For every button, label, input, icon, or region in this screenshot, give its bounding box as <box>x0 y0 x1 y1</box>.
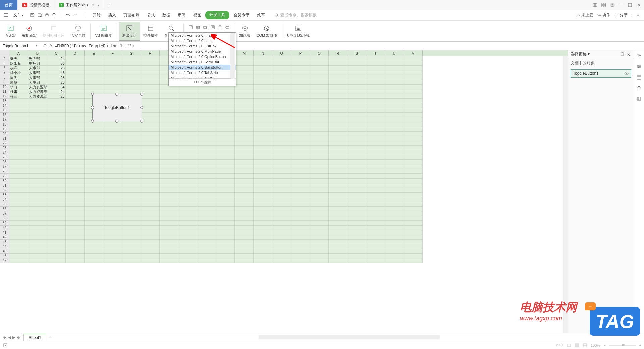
cell[interactable] <box>385 132 404 136</box>
row-header[interactable]: 32 <box>0 188 9 193</box>
hamburger-icon[interactable] <box>3 12 9 18</box>
cell[interactable] <box>347 183 366 188</box>
cell[interactable] <box>103 207 122 211</box>
tab-review[interactable]: 审阅 <box>174 11 189 19</box>
cell[interactable] <box>9 117 28 122</box>
cooperate-button[interactable]: 协作 <box>597 12 610 18</box>
cell[interactable] <box>28 235 47 240</box>
cell[interactable] <box>103 249 122 254</box>
cell[interactable] <box>347 80 366 85</box>
cell[interactable] <box>404 193 423 197</box>
cell[interactable] <box>122 254 141 258</box>
row-header[interactable]: 17 <box>0 117 9 122</box>
cell[interactable] <box>404 258 423 263</box>
cell[interactable] <box>366 66 385 70</box>
cell[interactable] <box>272 221 291 226</box>
column-header[interactable]: G <box>122 50 141 56</box>
cell[interactable] <box>216 103 235 108</box>
cell[interactable] <box>103 258 122 263</box>
cell[interactable] <box>141 132 160 136</box>
cell[interactable] <box>216 136 235 141</box>
maximize-button[interactable] <box>627 2 633 8</box>
cell[interactable] <box>254 66 272 70</box>
cell[interactable] <box>291 226 310 230</box>
cell[interactable] <box>404 216 423 221</box>
cell[interactable] <box>404 244 423 249</box>
cell[interactable] <box>385 136 404 141</box>
cell[interactable] <box>254 122 272 127</box>
cell[interactable] <box>235 66 254 70</box>
cell[interactable] <box>291 221 310 226</box>
cell[interactable] <box>272 258 291 263</box>
cell[interactable] <box>254 188 272 193</box>
cell[interactable] <box>235 70 254 75</box>
cell[interactable] <box>66 136 85 141</box>
cell[interactable] <box>291 75 310 80</box>
cell[interactable] <box>122 155 141 160</box>
cell[interactable] <box>272 94 291 99</box>
cell[interactable] <box>160 117 178 122</box>
command-search[interactable]: 查找命令、搜索模板 <box>274 12 317 18</box>
column-header[interactable]: D <box>66 50 85 56</box>
cell[interactable] <box>141 244 160 249</box>
cell[interactable] <box>272 216 291 221</box>
cell[interactable] <box>141 141 160 146</box>
cell[interactable] <box>160 174 178 179</box>
cell[interactable] <box>216 183 235 188</box>
cell[interactable] <box>9 254 28 258</box>
exit-design-button[interactable]: 退出设计 <box>119 22 140 41</box>
pane-object-item[interactable]: ToggleButton1 <box>571 69 631 78</box>
select-all-corner[interactable] <box>0 50 9 56</box>
cell[interactable] <box>310 94 329 99</box>
row-header[interactable]: 30 <box>0 179 9 183</box>
cell[interactable] <box>160 127 178 132</box>
cell[interactable] <box>47 141 66 146</box>
cell[interactable] <box>103 221 122 226</box>
tab-view[interactable]: 视图 <box>190 11 205 19</box>
redo-icon[interactable] <box>73 12 78 18</box>
resize-handle[interactable] <box>115 120 118 123</box>
cell[interactable] <box>366 127 385 132</box>
cell[interactable] <box>66 235 85 240</box>
cell[interactable] <box>310 160 329 164</box>
cell[interactable] <box>160 207 178 211</box>
cell[interactable] <box>291 188 310 193</box>
cell[interactable] <box>272 117 291 122</box>
row-header[interactable]: 11 <box>0 89 9 94</box>
cell[interactable] <box>178 258 197 263</box>
cell[interactable] <box>122 85 141 89</box>
spreadsheet-grid[interactable]: ABCDEFGHIJKLMNOPQRSTUV 4秦天财务部245欧阳花财务部56… <box>0 50 568 333</box>
cell[interactable] <box>366 188 385 193</box>
cell[interactable] <box>216 179 235 183</box>
cell[interactable] <box>272 244 291 249</box>
cell[interactable] <box>310 108 329 113</box>
cell[interactable] <box>66 141 85 146</box>
cell[interactable] <box>272 183 291 188</box>
name-box[interactable]: ToggleButton1▾ <box>0 44 40 48</box>
cell[interactable] <box>66 127 85 132</box>
cell[interactable] <box>216 211 235 216</box>
spinbutton-control-icon[interactable] <box>217 24 223 31</box>
cell[interactable] <box>235 179 254 183</box>
cell[interactable] <box>291 127 310 132</box>
cell[interactable] <box>178 113 197 117</box>
cell[interactable] <box>85 193 103 197</box>
cell[interactable] <box>141 221 160 226</box>
cell[interactable] <box>85 235 103 240</box>
cell[interactable] <box>272 160 291 164</box>
resize-handle[interactable] <box>140 93 143 96</box>
cell[interactable] <box>122 61 141 66</box>
cell[interactable] <box>385 254 404 258</box>
cell[interactable] <box>216 244 235 249</box>
cell[interactable] <box>347 164 366 169</box>
cell[interactable] <box>329 56 347 61</box>
cell[interactable] <box>235 240 254 244</box>
cell[interactable] <box>254 94 272 99</box>
cell[interactable] <box>160 188 178 193</box>
cell[interactable] <box>85 188 103 193</box>
cell[interactable] <box>216 207 235 211</box>
cell[interactable]: 财务部 <box>28 61 47 66</box>
cell[interactable] <box>404 183 423 188</box>
cell[interactable] <box>347 150 366 155</box>
cell[interactable] <box>347 70 366 75</box>
